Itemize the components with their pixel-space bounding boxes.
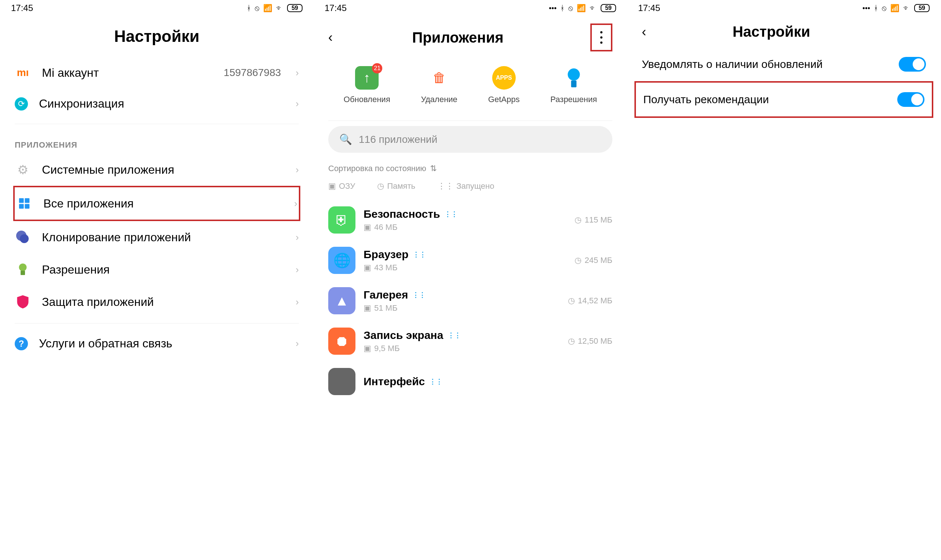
dnd-icon: ⦸: [882, 4, 887, 12]
app-ram: ▣ 9,5 МБ: [364, 344, 560, 353]
svg-rect-2: [19, 204, 24, 209]
notify-updates-toggle[interactable]: [899, 57, 926, 72]
divider: [15, 323, 299, 323]
app-row[interactable]: 🌐 Браузер ⋮⋮ ▣ 43 МБ ◷ 245 МБ: [313, 240, 627, 280]
app-ram: ▣ 46 МБ: [364, 223, 566, 232]
sort-icon: ⇅: [430, 164, 437, 173]
updates-badge: 21: [372, 63, 382, 74]
search-input[interactable]: 🔍 116 приложений: [328, 126, 612, 153]
chip-icon: ▣: [364, 303, 371, 313]
qa-updates[interactable]: ↑ 21 Обновления: [344, 66, 390, 104]
screen-3-app-settings: 17:45 ••• ᚼ ⦸ 📶 ᯤ 59 ‹ Настройки Уведомл…: [627, 0, 941, 560]
signal-icon: 📶: [890, 4, 899, 12]
row-system-apps[interactable]: ⚙ Системные приложения ›: [0, 154, 313, 186]
more-button[interactable]: [600, 31, 603, 44]
highlight-all-apps: Все приложения ›: [13, 186, 300, 221]
svg-point-8: [600, 42, 602, 44]
spinner-icon: ⋮⋮: [444, 210, 458, 218]
qa-delete[interactable]: 🗑 Удаление: [421, 66, 457, 104]
row-all-apps[interactable]: Все приложения ›: [15, 187, 299, 220]
all-apps-label: Все приложения: [43, 197, 279, 211]
filter-ram[interactable]: ▣ОЗУ: [328, 182, 355, 191]
status-time: 17:45: [325, 3, 347, 13]
apps-icon: APPS: [492, 66, 516, 89]
svg-point-4: [19, 264, 27, 271]
spinner-icon: ⋮⋮: [448, 331, 461, 339]
app-icon: [328, 368, 355, 395]
app-info: Безопасность ⋮⋮ ▣ 46 МБ: [364, 208, 566, 232]
row-recommendations[interactable]: Получать рекомендации: [636, 83, 932, 116]
chip-icon: ▣: [364, 223, 371, 232]
row-permissions[interactable]: Разрешения ›: [0, 253, 313, 286]
highlight-recommendations: Получать рекомендации: [634, 81, 933, 118]
app-name: Запись экрана ⋮⋮: [364, 329, 560, 342]
status-icons: ••• ᚼ ⦸ 📶 ᯤ 59: [862, 4, 930, 12]
sort-dropdown[interactable]: Сортировка по состоянию ⇅: [313, 160, 627, 177]
chevron-right-icon: ›: [296, 338, 299, 349]
clock-icon: ◷: [574, 255, 582, 265]
qa-getapps[interactable]: APPS GetApps: [488, 66, 520, 104]
chevron-right-icon: ›: [294, 198, 298, 209]
wifi-icon: ᯤ: [903, 4, 910, 12]
app-row[interactable]: ⏺ Запись экрана ⋮⋮ ▣ 9,5 МБ ◷ 12,50 МБ: [313, 321, 627, 362]
svg-point-7: [600, 36, 602, 38]
qa-permissions[interactable]: Разрешения: [550, 66, 597, 104]
divider: [15, 124, 299, 124]
svg-point-9: [568, 68, 580, 80]
qa-delete-label: Удаление: [421, 95, 457, 104]
chevron-right-icon: ›: [296, 67, 299, 78]
app-row[interactable]: ⛨ Безопасность ⋮⋮ ▣ 46 МБ ◷ 115 МБ: [313, 200, 627, 240]
row-cloning[interactable]: Клонирование приложений ›: [0, 221, 313, 253]
row-feedback[interactable]: ? Услуги и обратная связь ›: [0, 329, 313, 358]
chevron-right-icon: ›: [296, 296, 299, 308]
status-time: 17:45: [638, 3, 660, 13]
row-mi-account[interactable]: mı Mi аккаунт 1597867983 ›: [0, 57, 313, 89]
app-memory: ◷ 12,50 МБ: [568, 336, 612, 346]
spinner-icon: ⋮⋮: [429, 377, 443, 386]
status-icons: ᚼ ⦸ 📶 ᯤ 59: [247, 4, 302, 12]
permissions-label: Разрешения: [42, 263, 281, 277]
recommendations-toggle[interactable]: [897, 92, 924, 107]
spinner-icon: ⋮⋮: [413, 251, 426, 258]
row-sync[interactable]: ⟳ Синхронизация ›: [0, 89, 313, 118]
sync-label: Синхронизация: [39, 97, 281, 111]
system-apps-label: Системные приложения: [42, 163, 281, 177]
recommendations-label: Получать рекомендации: [643, 93, 890, 106]
app-info: Галерея ⋮⋮ ▣ 51 МБ: [364, 289, 560, 313]
app-row[interactable]: Интерфейс ⋮⋮: [313, 362, 627, 402]
screen-2-apps: 17:45 ••• ᚼ ⦸ 📶 ᯤ 59 ‹ Приложения ↑ 21 О…: [313, 0, 627, 560]
wifi-icon: ᯤ: [276, 4, 284, 12]
dots-icon: •••: [862, 4, 870, 12]
app-row[interactable]: ▲ Галерея ⋮⋮ ▣ 51 МБ ◷ 14,52 МБ: [313, 280, 627, 321]
app-ram: ▣ 43 МБ: [364, 263, 566, 272]
bluetooth-icon: ᚼ: [560, 4, 565, 12]
status-time: 17:45: [11, 3, 33, 13]
status-bar: 17:45 ••• ᚼ ⦸ 📶 ᯤ 59: [313, 0, 627, 16]
spinner-icon: ⋮⋮: [437, 182, 454, 191]
app-ram: ▣ 51 МБ: [364, 303, 560, 313]
header-row: ‹ Приложения: [313, 16, 627, 59]
svg-rect-1: [25, 198, 29, 203]
status-bar: 17:45 ᚼ ⦸ 📶 ᯤ 59: [0, 0, 313, 16]
filter-memory[interactable]: ◷Память: [377, 182, 415, 191]
clone-icon: [15, 229, 31, 245]
svg-rect-3: [25, 204, 29, 209]
chip-icon: ▣: [328, 182, 336, 191]
app-info: Запись экрана ⋮⋮ ▣ 9,5 МБ: [364, 329, 560, 353]
app-memory: ◷ 115 МБ: [574, 215, 612, 225]
section-apps-header: ПРИЛОЖЕНИЯ: [0, 129, 313, 154]
app-icon: ⏺: [328, 328, 355, 355]
help-icon: ?: [15, 337, 28, 350]
app-list: ⛨ Безопасность ⋮⋮ ▣ 46 МБ ◷ 115 МБ 🌐 Бра…: [313, 200, 627, 402]
feedback-label: Услуги и обратная связь: [39, 337, 281, 350]
signal-icon: 📶: [577, 4, 586, 12]
row-app-protection[interactable]: Защита приложений ›: [0, 286, 313, 318]
row-notify-updates[interactable]: Уведомлять о наличии обновлений: [627, 48, 941, 81]
chip-icon: ▣: [364, 344, 371, 353]
grid-icon: [16, 195, 32, 212]
bluetooth-icon: ᚼ: [874, 4, 878, 12]
clock-icon: ◷: [568, 336, 575, 346]
app-name: Браузер ⋮⋮: [364, 248, 566, 261]
filter-running[interactable]: ⋮⋮Запущено: [437, 182, 494, 191]
battery-icon: 59: [287, 4, 302, 12]
